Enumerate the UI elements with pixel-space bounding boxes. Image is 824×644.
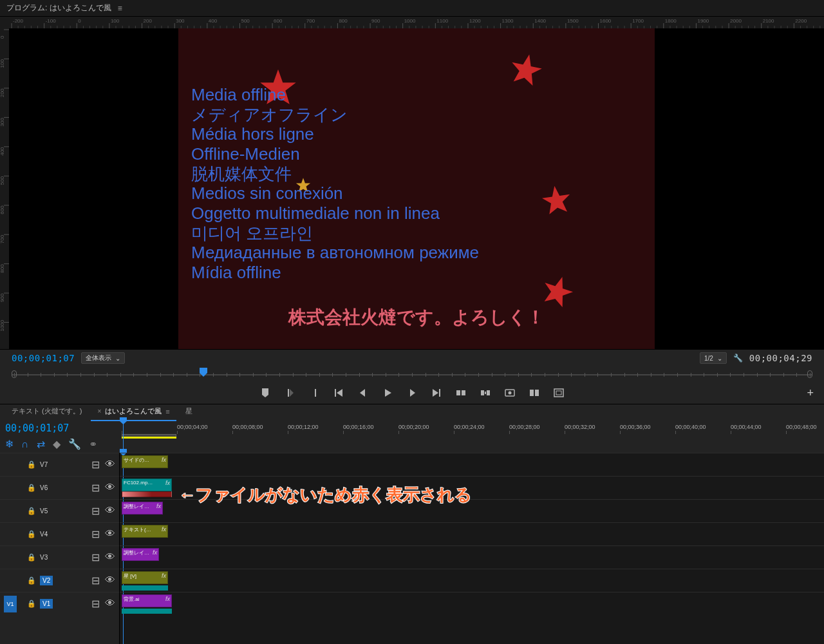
- clip-offline[interactable]: [122, 491, 172, 497]
- svg-text:600: 600: [274, 18, 283, 24]
- track-target[interactable]: V1: [40, 599, 53, 609]
- preview-canvas[interactable]: Media offlineメディアオフラインMédia hors ligneOf…: [9, 28, 824, 349]
- svg-rect-180: [535, 390, 539, 396]
- svg-rect-173: [462, 390, 465, 395]
- lock-icon[interactable]: 🔒: [27, 460, 36, 469]
- wrench-icon[interactable]: 🔧: [68, 438, 81, 450]
- svg-text:1200: 1200: [469, 18, 481, 24]
- svg-text:2100: 2100: [763, 18, 774, 24]
- comparison-view-icon[interactable]: [529, 388, 539, 398]
- clip[interactable]: サイドの…fx: [122, 455, 168, 468]
- track-lane-v7[interactable]: サイドの…fx: [120, 453, 824, 476]
- sync-lock-icon[interactable]: ⊟: [91, 574, 100, 587]
- step-back-icon[interactable]: [358, 388, 368, 398]
- clip[interactable]: FC102.mp…fx: [122, 478, 172, 491]
- sync-lock-icon[interactable]: ⊟: [91, 482, 100, 494]
- track-target[interactable]: V2: [40, 576, 53, 585]
- marker-icon[interactable]: ◆: [53, 438, 61, 450]
- timecode-current[interactable]: 00;00;01;07: [12, 353, 75, 363]
- timeline-ruler[interactable]: 00;00;04;0000;00;08;0000;00;12;0000;00;1…: [120, 421, 824, 434]
- out-point-icon[interactable]: [309, 388, 319, 398]
- playhead[interactable]: [123, 421, 124, 453]
- resolution-select[interactable]: 1/2 ⌄: [700, 352, 727, 364]
- zoom-fit-select[interactable]: 全体表示 ⌄: [81, 352, 125, 364]
- svg-text:1900: 1900: [697, 18, 709, 24]
- link-icon[interactable]: ⚭: [89, 438, 97, 450]
- clip-linked-bar: [122, 609, 172, 614]
- sync-lock-icon[interactable]: ⊟: [91, 505, 100, 517]
- track-lane-v3[interactable]: 調整レイ…fx: [120, 545, 824, 569]
- close-icon[interactable]: ×: [97, 408, 101, 415]
- magnet-icon[interactable]: ∩: [21, 439, 29, 450]
- in-point-icon[interactable]: [285, 388, 295, 398]
- add-button-icon[interactable]: +: [807, 386, 814, 400]
- marker-add-icon[interactable]: [260, 388, 270, 398]
- track-lane-v2[interactable]: 星 [V]fx: [120, 569, 824, 592]
- source-patch[interactable]: V1: [4, 596, 17, 612]
- clip[interactable]: テキスト(…fx: [122, 525, 168, 538]
- lock-icon[interactable]: 🔒: [27, 576, 36, 585]
- lock-icon[interactable]: 🔒: [27, 484, 36, 492]
- svg-text:500: 500: [241, 18, 250, 24]
- track-header-v1: V1 🔒 V1 ⊟ 👁: [0, 592, 119, 615]
- sync-lock-icon[interactable]: ⊟: [91, 598, 100, 610]
- svg-point-178: [509, 392, 512, 395]
- playhead-marker-icon[interactable]: [200, 368, 207, 377]
- tab-sequence[interactable]: × はいよろこんで風 ≡: [91, 404, 176, 421]
- extract-icon[interactable]: [480, 388, 491, 398]
- svg-text:0: 0: [78, 18, 81, 24]
- toggle-output-icon[interactable]: 👁: [105, 528, 115, 540]
- track-target[interactable]: V7: [40, 461, 53, 468]
- clip[interactable]: 背景.aifx: [122, 594, 172, 607]
- ruler-vertical: 01002003004005006007008009001000: [0, 17, 9, 349]
- scrub-bar[interactable]: [12, 368, 812, 382]
- sync-lock-icon[interactable]: ⊟: [91, 459, 100, 471]
- panel-menu-icon[interactable]: ≡: [165, 408, 169, 415]
- wrench-icon[interactable]: 🔧: [733, 354, 743, 363]
- program-panel-title: プログラム: はいよろこんで風: [6, 3, 111, 14]
- clip[interactable]: 調整レイ…fx: [122, 502, 163, 515]
- svg-rect-175: [487, 390, 490, 395]
- toggle-output-icon[interactable]: 👁: [105, 482, 115, 494]
- toggle-output-icon[interactable]: 👁: [105, 598, 115, 610]
- track-target[interactable]: V6: [40, 484, 53, 491]
- svg-text:600: 600: [0, 205, 5, 214]
- toggle-output-icon[interactable]: 👁: [105, 505, 115, 517]
- snap-icon[interactable]: ❄: [5, 438, 14, 450]
- svg-text:1000: 1000: [0, 319, 5, 331]
- step-forward-icon[interactable]: [407, 388, 417, 398]
- export-frame-icon[interactable]: [505, 388, 515, 398]
- svg-rect-182: [556, 391, 561, 395]
- play-icon[interactable]: [382, 388, 393, 398]
- track-target[interactable]: V3: [40, 554, 53, 561]
- lock-icon[interactable]: 🔒: [27, 553, 36, 562]
- track-lanes[interactable]: サイドの…fxFC102.mp…fx調整レイ…fxテキスト(…fx調整レイ…fx…: [120, 453, 824, 644]
- tab-text-clip[interactable]: テキスト (火燵です。): [5, 404, 88, 421]
- track-target[interactable]: V5: [40, 507, 53, 515]
- track-lane-v1[interactable]: 背景.aifx: [120, 592, 824, 615]
- track-lane-v4[interactable]: テキスト(…fx: [120, 522, 824, 545]
- tab-star[interactable]: 星: [179, 404, 199, 421]
- linked-selection-icon[interactable]: ⇄: [37, 438, 45, 450]
- toggle-output-icon[interactable]: 👁: [105, 551, 115, 564]
- clip[interactable]: 調整レイ…fx: [122, 548, 159, 561]
- toggle-output-icon[interactable]: 👁: [105, 574, 115, 587]
- sync-lock-icon[interactable]: ⊟: [91, 528, 100, 540]
- safe-margins-icon[interactable]: [554, 388, 564, 398]
- clip[interactable]: 星 [V]fx: [122, 571, 168, 584]
- timeline-timecode[interactable]: 00;00;01;07: [5, 422, 115, 434]
- lock-icon[interactable]: 🔒: [27, 600, 36, 608]
- track-target[interactable]: V4: [40, 531, 53, 538]
- toggle-output-icon[interactable]: 👁: [105, 459, 115, 471]
- go-to-in-icon[interactable]: [333, 388, 344, 398]
- sync-lock-icon[interactable]: ⊟: [91, 551, 100, 564]
- go-to-out-icon[interactable]: [431, 388, 442, 398]
- lock-icon[interactable]: 🔒: [27, 507, 36, 515]
- svg-text:700: 700: [0, 234, 5, 243]
- lock-icon[interactable]: 🔒: [27, 530, 36, 538]
- svg-text:100: 100: [0, 59, 5, 68]
- svg-text:200: 200: [144, 18, 153, 24]
- lift-icon[interactable]: [456, 388, 466, 398]
- panel-menu-icon[interactable]: ≡: [118, 4, 122, 13]
- svg-text:700: 700: [306, 18, 315, 24]
